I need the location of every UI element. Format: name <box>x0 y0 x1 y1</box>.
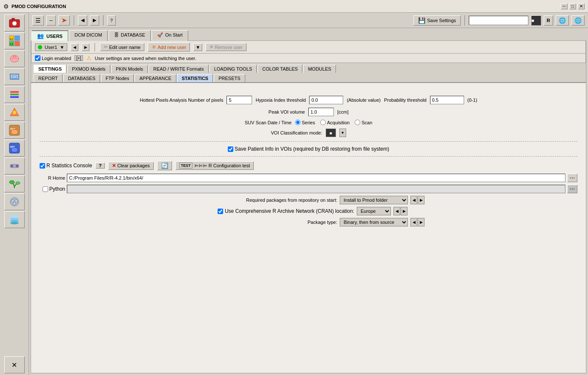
tab-appearance[interactable]: APPEARANCE <box>135 74 176 82</box>
toolbar-brain-btn[interactable] <box>4 50 25 67</box>
use-cran-checkbox[interactable] <box>218 209 223 214</box>
tab-users[interactable]: 👥 USERS <box>32 30 68 41</box>
toolbar-mri-btn[interactable]: MRI <box>4 140 25 157</box>
tab-presets[interactable]: PRESETS <box>214 74 245 82</box>
close-button[interactable]: ✕ <box>578 3 585 9</box>
add-user-dropdown-btn[interactable]: ▼ <box>193 43 202 51</box>
cran-next-btn[interactable]: ▶ <box>401 207 407 215</box>
nav-prev-btn[interactable]: ◀ <box>78 15 87 26</box>
extra-btn[interactable]: 🌐 <box>571 15 585 26</box>
arrow-icon-btn[interactable]: ➤ <box>58 15 70 26</box>
peak-voi-input[interactable] <box>308 108 334 116</box>
use-cran-checkbox-label[interactable]: Use Comprehensive R Archive Network (CRA… <box>209 208 354 214</box>
browse-icon: ⋯ <box>570 175 575 181</box>
suv-scan-radio[interactable] <box>355 120 360 125</box>
login-enabled-label[interactable]: Login enabled <box>35 55 71 61</box>
help-btn[interactable]: ? <box>107 15 116 26</box>
tab-dicom[interactable]: DCM DICOM <box>69 30 108 41</box>
package-type-select[interactable]: Binary, then from source <box>340 218 408 226</box>
toolbar-filter-btn[interactable] <box>4 193 25 210</box>
search-input[interactable] <box>469 16 528 25</box>
tab-report[interactable]: REPORT <box>34 74 63 82</box>
toolbar-layers-btn[interactable] <box>4 86 25 103</box>
suv-scan-radio-label[interactable]: Scan <box>355 120 372 125</box>
python-input[interactable] <box>67 185 565 193</box>
save-patient-label[interactable]: Save Patient Info in VOIs (required by D… <box>228 146 389 152</box>
tab-loading[interactable]: LOADING TOOLS <box>209 65 257 73</box>
save-settings-btn[interactable]: 💾 Save Settings <box>413 15 461 26</box>
login-enabled-checkbox[interactable] <box>35 55 40 61</box>
toolbar-pipe-btn[interactable] <box>4 157 25 175</box>
add-icon: ✳ <box>152 44 156 50</box>
flag-btn[interactable]: 🌐 <box>556 15 569 26</box>
user-dropdown[interactable]: User1 ▼ <box>35 43 67 51</box>
nav-next-btn[interactable]: ▶ <box>90 15 99 26</box>
r-stats-checkbox[interactable] <box>40 163 45 169</box>
python-checkbox-label[interactable]: Python <box>40 186 65 192</box>
toolbar-stack-btn[interactable] <box>4 211 25 228</box>
use-cran-select[interactable]: Europe <box>357 207 391 215</box>
tab-ftp[interactable]: FTP Nodes <box>101 74 134 82</box>
r-config-test-btn[interactable]: TEST ⊨⊨⊨ R Configuration test <box>175 161 254 170</box>
toolbar-plant-btn[interactable] <box>4 175 25 192</box>
minimize-app-btn[interactable]: ─ <box>46 15 56 26</box>
minimize-button[interactable]: ─ <box>561 3 568 9</box>
toolbar-grid-btn[interactable]: k2 k1 <box>4 32 25 49</box>
suv-series-label[interactable]: Series <box>295 120 315 125</box>
user-next-btn[interactable]: ▶ <box>82 43 89 51</box>
tab-database[interactable]: 🗄 DATABASE <box>109 30 151 41</box>
cran-prev-btn[interactable]: ◀ <box>393 207 400 215</box>
suv-acquisition-label[interactable]: Acquisition <box>320 120 350 125</box>
python-browse-btn[interactable]: ⋯ <box>567 185 577 193</box>
save-patient-checkbox[interactable] <box>228 146 233 152</box>
toolbar-pet-btn[interactable]: PET <box>4 122 25 139</box>
toolbar-camera-btn[interactable] <box>4 14 25 31</box>
edit-user-btn[interactable]: ✏ Edit user name <box>100 43 144 51</box>
tab-settings[interactable]: SETTINGS <box>34 65 66 73</box>
pkg-type-next-btn[interactable]: ▶ <box>418 218 425 226</box>
maximize-button[interactable]: □ <box>569 3 576 9</box>
sub-tab-bar: REPORT DATABASES FTP Nodes APPEARANCE ST… <box>31 73 586 83</box>
probability-input[interactable] <box>430 96 464 104</box>
tab-color[interactable]: COLOR TABLES <box>258 65 302 73</box>
svg-point-22 <box>11 147 18 152</box>
hamburger-menu-btn[interactable]: ☰ <box>32 15 44 26</box>
tab-databases[interactable]: DATABASES <box>63 74 100 82</box>
grid-icon: k2 k1 <box>9 35 20 47</box>
tab-pxmod[interactable]: PXMOD Models <box>67 65 110 73</box>
required-packages-select[interactable]: Install to Pmod folder <box>340 196 408 204</box>
toolbar-roi-btn[interactable] <box>4 68 25 85</box>
tab-on-start[interactable]: 🚀 On Start <box>152 30 188 41</box>
r-home-browse-btn[interactable]: ⋯ <box>567 174 577 182</box>
python-checkbox[interactable] <box>43 186 48 192</box>
search-dark-btn[interactable]: ■ <box>531 15 541 26</box>
r-refresh-btn[interactable]: 🔄 <box>157 161 172 170</box>
r-help-btn[interactable]: ? <box>95 163 105 169</box>
r-home-input[interactable] <box>67 174 565 182</box>
tab-modules[interactable]: MODULES <box>303 65 336 73</box>
voi-chevron-btn[interactable]: ▼ <box>339 129 346 137</box>
toolbar-transform-btn[interactable] <box>4 104 25 121</box>
r-stats-label[interactable]: R Statistics Console <box>40 163 92 169</box>
svg-point-25 <box>16 165 18 167</box>
req-pkg-prev-btn[interactable]: ◀ <box>410 196 417 204</box>
tab-pkin[interactable]: PKIN Models <box>111 65 148 73</box>
save-patient-row: Save Patient Info in VOIs (required by D… <box>40 146 577 152</box>
req-pkg-next-btn[interactable]: ▶ <box>418 196 425 204</box>
tab-rw-formats[interactable]: READ / WRITE Formats <box>149 65 209 73</box>
hottest-pixels-input[interactable] <box>227 96 252 104</box>
user-prev-btn[interactable]: ◀ <box>71 43 78 51</box>
pkg-type-prev-btn[interactable]: ◀ <box>410 218 417 226</box>
toolbar-close-btn[interactable]: ✕ <box>4 356 25 373</box>
r-label-btn[interactable]: R <box>544 15 553 26</box>
clear-packages-btn[interactable]: ✕ Clear packages <box>108 162 153 170</box>
tab-statistics[interactable]: STATISTICS <box>177 74 213 82</box>
settings-note-text: User settings are saved when switching t… <box>95 56 196 61</box>
suv-series-radio[interactable] <box>295 120 301 125</box>
voi-color-btn[interactable]: ■ <box>326 129 336 137</box>
add-user-btn[interactable]: ✳ Add new user <box>148 43 190 52</box>
suv-acquisition-radio[interactable] <box>320 120 326 125</box>
remove-user-btn[interactable]: ✕ Remove user <box>206 43 246 51</box>
hypoxia-input[interactable] <box>309 96 343 104</box>
required-packages-row: Required packages from repository on sta… <box>40 196 577 204</box>
